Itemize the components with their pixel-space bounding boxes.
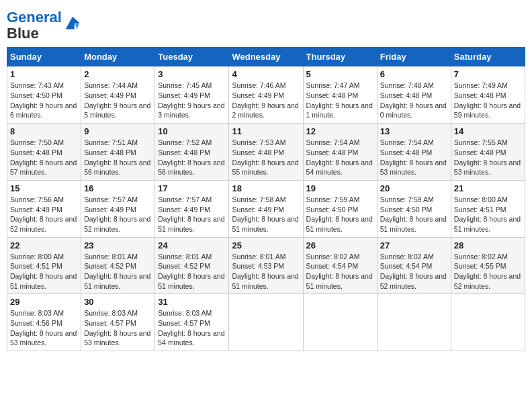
calendar-header-monday: Monday — [81, 48, 155, 66]
day-info: Sunrise: 8:01 AM Sunset: 4:52 PM Dayligh… — [84, 252, 152, 291]
calendar-header-sunday: Sunday — [7, 48, 81, 66]
calendar-cell: 16 Sunrise: 7:57 AM Sunset: 4:49 PM Dayl… — [81, 180, 155, 237]
day-number: 28 — [454, 240, 522, 250]
calendar-cell: 29 Sunrise: 8:03 AM Sunset: 4:56 PM Dayl… — [7, 294, 81, 351]
day-number: 30 — [84, 297, 152, 307]
calendar-cell: 15 Sunrise: 7:56 AM Sunset: 4:49 PM Dayl… — [7, 180, 81, 237]
day-number: 9 — [84, 126, 152, 136]
day-number: 4 — [232, 69, 300, 79]
day-info: Sunrise: 8:00 AM Sunset: 4:51 PM Dayligh… — [454, 195, 522, 234]
calendar-cell: 4 Sunrise: 7:46 AM Sunset: 4:49 PM Dayli… — [229, 66, 303, 124]
calendar-header-saturday: Saturday — [451, 48, 525, 66]
calendar-table: SundayMondayTuesdayWednesdayThursdayFrid… — [7, 47, 525, 351]
calendar-cell: 11 Sunrise: 7:53 AM Sunset: 4:48 PM Dayl… — [229, 124, 303, 181]
day-info: Sunrise: 8:01 AM Sunset: 4:53 PM Dayligh… — [232, 252, 300, 291]
day-number: 25 — [232, 240, 300, 250]
calendar-cell: 26 Sunrise: 8:02 AM Sunset: 4:54 PM Dayl… — [303, 237, 377, 294]
day-number: 18 — [232, 183, 300, 193]
day-number: 19 — [306, 183, 374, 193]
day-number: 15 — [10, 183, 78, 193]
logo: GeneralBlue — [7, 9, 82, 42]
day-info: Sunrise: 7:58 AM Sunset: 4:49 PM Dayligh… — [232, 195, 300, 234]
day-number: 7 — [454, 69, 522, 79]
day-info: Sunrise: 7:57 AM Sunset: 4:49 PM Dayligh… — [158, 195, 226, 234]
day-number: 8 — [10, 126, 78, 136]
calendar-cell: 27 Sunrise: 8:02 AM Sunset: 4:54 PM Dayl… — [377, 237, 451, 294]
day-number: 13 — [380, 126, 448, 136]
calendar-cell: 21 Sunrise: 8:00 AM Sunset: 4:51 PM Dayl… — [451, 180, 525, 237]
day-info: Sunrise: 8:03 AM Sunset: 4:56 PM Dayligh… — [10, 308, 78, 348]
day-info: Sunrise: 8:01 AM Sunset: 4:52 PM Dayligh… — [158, 252, 226, 291]
day-number: 22 — [10, 240, 78, 250]
calendar-cell — [229, 294, 303, 351]
calendar-cell: 25 Sunrise: 8:01 AM Sunset: 4:53 PM Dayl… — [229, 237, 303, 294]
calendar-cell — [303, 294, 377, 351]
day-number: 29 — [10, 297, 78, 307]
calendar-cell: 7 Sunrise: 7:49 AM Sunset: 4:48 PM Dayli… — [451, 66, 525, 124]
calendar-header-friday: Friday — [377, 48, 451, 66]
day-info: Sunrise: 7:55 AM Sunset: 4:48 PM Dayligh… — [454, 138, 522, 177]
day-number: 16 — [84, 183, 152, 193]
calendar-header-wednesday: Wednesday — [229, 48, 303, 66]
calendar-cell — [377, 294, 451, 351]
calendar-cell: 1 Sunrise: 7:43 AM Sunset: 4:50 PM Dayli… — [7, 66, 81, 124]
day-info: Sunrise: 7:59 AM Sunset: 4:50 PM Dayligh… — [380, 195, 448, 234]
calendar-cell: 10 Sunrise: 7:52 AM Sunset: 4:48 PM Dayl… — [155, 124, 229, 181]
day-number: 20 — [380, 183, 448, 193]
calendar-header-row: SundayMondayTuesdayWednesdayThursdayFrid… — [7, 48, 525, 66]
day-info: Sunrise: 7:43 AM Sunset: 4:50 PM Dayligh… — [10, 81, 78, 120]
day-number: 24 — [158, 240, 226, 250]
calendar-cell: 13 Sunrise: 7:54 AM Sunset: 4:48 PM Dayl… — [377, 124, 451, 181]
day-number: 1 — [10, 69, 78, 79]
day-info: Sunrise: 7:44 AM Sunset: 4:49 PM Dayligh… — [84, 81, 152, 120]
day-info: Sunrise: 7:52 AM Sunset: 4:48 PM Dayligh… — [158, 138, 226, 177]
calendar-cell: 18 Sunrise: 7:58 AM Sunset: 4:49 PM Dayl… — [229, 180, 303, 237]
day-info: Sunrise: 8:02 AM Sunset: 4:54 PM Dayligh… — [306, 252, 374, 291]
calendar-header-thursday: Thursday — [303, 48, 377, 66]
day-info: Sunrise: 8:02 AM Sunset: 4:55 PM Dayligh… — [454, 252, 522, 291]
calendar-cell: 3 Sunrise: 7:45 AM Sunset: 4:49 PM Dayli… — [155, 66, 229, 124]
day-info: Sunrise: 7:47 AM Sunset: 4:48 PM Dayligh… — [306, 81, 374, 120]
calendar-cell: 24 Sunrise: 8:01 AM Sunset: 4:52 PM Dayl… — [155, 237, 229, 294]
day-number: 17 — [158, 183, 226, 193]
calendar-week-2: 8 Sunrise: 7:50 AM Sunset: 4:48 PM Dayli… — [7, 124, 525, 181]
calendar-week-3: 15 Sunrise: 7:56 AM Sunset: 4:49 PM Dayl… — [7, 180, 525, 237]
day-number: 23 — [84, 240, 152, 250]
calendar-cell — [451, 294, 525, 351]
calendar-header-tuesday: Tuesday — [155, 48, 229, 66]
logo-icon — [63, 14, 82, 33]
day-number: 31 — [158, 297, 226, 307]
day-info: Sunrise: 7:48 AM Sunset: 4:48 PM Dayligh… — [380, 81, 448, 120]
calendar-week-5: 29 Sunrise: 8:03 AM Sunset: 4:56 PM Dayl… — [7, 294, 525, 351]
day-number: 12 — [306, 126, 374, 136]
calendar-week-1: 1 Sunrise: 7:43 AM Sunset: 4:50 PM Dayli… — [7, 66, 525, 124]
day-info: Sunrise: 7:57 AM Sunset: 4:49 PM Dayligh… — [84, 195, 152, 234]
calendar-cell: 8 Sunrise: 7:50 AM Sunset: 4:48 PM Dayli… — [7, 124, 81, 181]
day-number: 5 — [306, 69, 374, 79]
calendar-cell: 23 Sunrise: 8:01 AM Sunset: 4:52 PM Dayl… — [81, 237, 155, 294]
day-info: Sunrise: 7:46 AM Sunset: 4:49 PM Dayligh… — [232, 81, 300, 120]
day-number: 21 — [454, 183, 522, 193]
day-number: 10 — [158, 126, 226, 136]
svg-marker-1 — [75, 23, 79, 29]
calendar-cell: 28 Sunrise: 8:02 AM Sunset: 4:55 PM Dayl… — [451, 237, 525, 294]
calendar-cell: 12 Sunrise: 7:54 AM Sunset: 4:48 PM Dayl… — [303, 124, 377, 181]
day-number: 26 — [306, 240, 374, 250]
day-info: Sunrise: 7:53 AM Sunset: 4:48 PM Dayligh… — [232, 138, 300, 177]
day-number: 27 — [380, 240, 448, 250]
calendar-cell: 19 Sunrise: 7:59 AM Sunset: 4:50 PM Dayl… — [303, 180, 377, 237]
day-info: Sunrise: 7:45 AM Sunset: 4:49 PM Dayligh… — [158, 81, 226, 120]
day-number: 11 — [232, 126, 300, 136]
calendar-cell: 20 Sunrise: 7:59 AM Sunset: 4:50 PM Dayl… — [377, 180, 451, 237]
day-info: Sunrise: 8:03 AM Sunset: 4:57 PM Dayligh… — [158, 308, 226, 348]
calendar-cell: 30 Sunrise: 8:03 AM Sunset: 4:57 PM Dayl… — [81, 294, 155, 351]
day-info: Sunrise: 7:59 AM Sunset: 4:50 PM Dayligh… — [306, 195, 374, 234]
calendar-cell: 17 Sunrise: 7:57 AM Sunset: 4:49 PM Dayl… — [155, 180, 229, 237]
day-number: 6 — [380, 69, 448, 79]
day-info: Sunrise: 8:00 AM Sunset: 4:51 PM Dayligh… — [10, 252, 78, 291]
calendar-cell: 9 Sunrise: 7:51 AM Sunset: 4:48 PM Dayli… — [81, 124, 155, 181]
day-info: Sunrise: 7:50 AM Sunset: 4:48 PM Dayligh… — [10, 138, 78, 177]
calendar-cell: 5 Sunrise: 7:47 AM Sunset: 4:48 PM Dayli… — [303, 66, 377, 124]
day-info: Sunrise: 7:54 AM Sunset: 4:48 PM Dayligh… — [380, 138, 448, 177]
day-info: Sunrise: 8:02 AM Sunset: 4:54 PM Dayligh… — [380, 252, 448, 291]
